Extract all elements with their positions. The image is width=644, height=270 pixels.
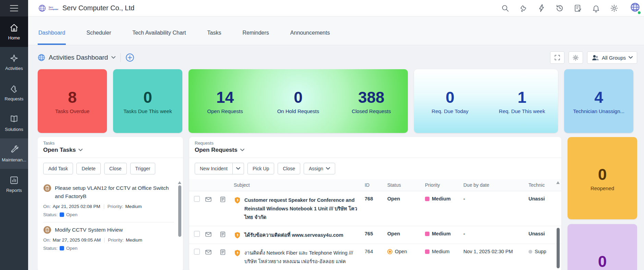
notes-icon[interactable] — [219, 196, 226, 203]
stat-req-due-today[interactable]: 0 Req. Due Today — [414, 88, 486, 114]
requests-scrollbar[interactable] — [556, 181, 560, 270]
request-add-icon — [519, 4, 527, 12]
tab-scheduler[interactable]: Scheduler — [86, 30, 112, 45]
dashboard-selector[interactable]: Activities Dashboard — [38, 54, 116, 61]
delete-task-button[interactable]: Delete — [76, 163, 100, 174]
close-request-button[interactable]: Close — [278, 163, 300, 174]
priority-medium-square-icon — [425, 197, 429, 201]
chevron-down-icon — [236, 167, 240, 170]
requests-view-selector[interactable]: Open Requests — [195, 147, 556, 154]
row-checkbox[interactable] — [194, 231, 200, 237]
card-requests-summary[interactable]: 14 Open Requests 0 On Hold Requests 388 … — [189, 69, 408, 133]
request-id: 768 — [365, 195, 387, 201]
dashboard-settings-button[interactable] — [569, 51, 583, 64]
sidebar-item-requests[interactable]: Requests — [0, 77, 28, 108]
task-icon — [43, 226, 51, 234]
scroll-up-arrow[interactable] — [178, 181, 181, 184]
mail-icon[interactable] — [205, 196, 212, 203]
request-subject[interactable]: ได้รับข้อความติดต่อที่ www.serveasy4u.co… — [244, 231, 343, 240]
mail-icon[interactable] — [205, 231, 212, 238]
tab-reminders[interactable]: Reminders — [242, 30, 269, 45]
mail-icon[interactable] — [205, 249, 212, 256]
tab-tech-availability-chart[interactable]: Tech Availability Chart — [132, 30, 186, 45]
group-filter-label: All Groups — [602, 55, 626, 61]
add-dashboard-button[interactable] — [125, 53, 134, 62]
request-subject[interactable]: Customer request Speaker for Conference … — [244, 196, 365, 222]
tab-announcements[interactable]: Announcements — [290, 30, 331, 45]
card-technician-unassigned[interactable]: 4 Technician Unassign... — [564, 69, 633, 133]
scrollbar-thumb[interactable] — [557, 228, 560, 268]
table-row[interactable]: ได้รับข้อความติดต่อที่ www.serveasy4u.co… — [189, 226, 561, 244]
stat-closed-requests[interactable]: 388 Closed Requests — [335, 88, 408, 114]
tasks-view-selector[interactable]: Open Tasks — [43, 147, 178, 154]
topbar-icons — [501, 2, 641, 14]
row-checkbox[interactable] — [194, 196, 200, 202]
pick-up-button[interactable]: Pick Up — [247, 163, 274, 174]
stat-value: 0 — [582, 253, 623, 270]
quick-actions-button[interactable] — [537, 4, 546, 12]
sidebar-item-solutions[interactable]: Solutions — [0, 108, 28, 138]
new-incident-dropdown-button[interactable] — [233, 163, 244, 174]
approvals-button[interactable] — [574, 4, 582, 12]
col-subject[interactable]: Subject — [234, 179, 365, 191]
row-checkbox[interactable] — [194, 249, 200, 255]
scroll-up-arrow[interactable] — [556, 181, 560, 184]
history-button[interactable] — [556, 4, 564, 12]
request-add-button[interactable] — [519, 4, 527, 12]
request-subject[interactable]: งานติดตั้ง Network Fiber และ Telephone W… — [244, 249, 365, 266]
priority-medium-square-icon — [425, 232, 429, 236]
tab-dashboard[interactable]: Dashboard — [38, 30, 66, 45]
col-status[interactable]: Status — [387, 179, 425, 191]
tasks-scrollbar[interactable] — [178, 181, 181, 270]
col-id[interactable]: ID — [365, 179, 387, 191]
table-row[interactable]: งานติดตั้ง Network Fiber และ Telephone W… — [189, 244, 561, 270]
trigger-task-button[interactable]: Trigger — [130, 163, 156, 174]
request-technician: Supp — [535, 249, 546, 254]
task-item[interactable]: Modify CCTV System Hiview On: Mar 27, 20… — [43, 222, 174, 256]
col-priority[interactable]: Priority — [425, 179, 463, 191]
add-task-button[interactable]: Add Task — [43, 163, 73, 174]
fullscreen-button[interactable] — [550, 51, 564, 64]
notes-icon[interactable] — [219, 231, 226, 238]
people-icon — [592, 54, 599, 61]
scrollbar-thumb[interactable] — [178, 185, 181, 237]
group-filter-dropdown[interactable]: All Groups — [587, 51, 637, 64]
hamburger-menu-button[interactable] — [0, 0, 28, 16]
stat-open-requests[interactable]: 14 Open Requests — [189, 88, 262, 114]
sidebar-item-activities[interactable]: Activities — [0, 47, 28, 77]
col-technician[interactable]: Technic — [528, 179, 555, 191]
col-due-by-date[interactable]: Due by date — [463, 179, 528, 191]
card-requests-due[interactable]: 0 Req. Due Today 1 Req. Due This week — [414, 69, 558, 133]
status-value: Open — [66, 212, 77, 217]
tasks-toolbar: Add Task Delete Close Trigger — [38, 158, 183, 179]
task-item[interactable]: Please setup VLAN12 for CCTV at Office S… — [43, 181, 174, 222]
stat-label: Tasks Overdue — [55, 108, 89, 114]
card-pending-approval[interactable]: 0 Pending Approval — [568, 224, 637, 270]
settings-button[interactable] — [610, 4, 618, 12]
hamburger-icon — [10, 5, 19, 12]
close-task-button[interactable]: Close — [104, 163, 127, 174]
card-tasks-overdue[interactable]: 8 Tasks Overdue — [38, 69, 107, 133]
notes-icon[interactable] — [219, 249, 226, 256]
tab-tasks[interactable]: Tasks — [207, 30, 222, 45]
new-incident-button[interactable]: New Incident — [195, 163, 233, 174]
table-row[interactable]: Customer request Speaker for Conference … — [189, 191, 561, 226]
notifications-button[interactable] — [592, 4, 600, 12]
search-button[interactable] — [501, 4, 509, 12]
stat-value: 8 — [55, 88, 89, 106]
widget-title: Open Requests — [195, 147, 238, 154]
sidebar-item-reports[interactable]: Reports — [0, 169, 28, 199]
stat-req-due-week[interactable]: 1 Req. Due This week — [486, 88, 558, 114]
task-icon — [43, 184, 51, 192]
sidebar-item-maintenance[interactable]: Maintenan... — [0, 138, 28, 169]
stat-on-hold-requests[interactable]: 0 On Hold Requests — [262, 88, 335, 114]
bell-icon — [592, 4, 600, 12]
sidebar-item-home[interactable]: Home — [0, 16, 28, 47]
card-tasks-due-week[interactable]: 0 Tasks Due This week — [113, 69, 182, 133]
assign-dropdown-button[interactable]: Assign — [304, 163, 335, 174]
request-due-date: - — [463, 195, 528, 201]
chevron-down-icon — [240, 149, 244, 151]
card-reopened[interactable]: 0 Reopened — [568, 137, 637, 219]
user-avatar[interactable] — [630, 2, 641, 14]
task-list: Please setup VLAN12 for CCTV at Office S… — [38, 179, 183, 270]
